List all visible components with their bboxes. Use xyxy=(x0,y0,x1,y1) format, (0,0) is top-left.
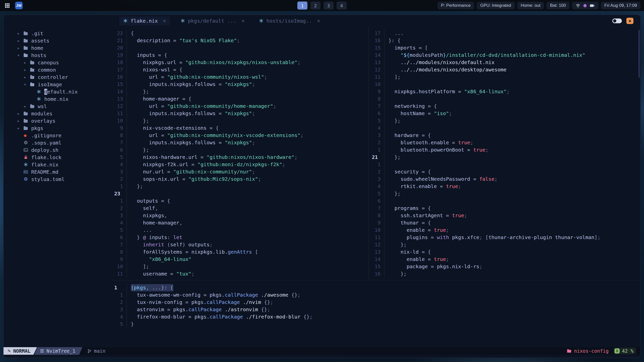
code-line[interactable]: 13 nix-ld = { xyxy=(369,248,640,256)
code-line[interactable]: 13 home-manager = { xyxy=(111,95,369,103)
code-line[interactable]: 16 }; xyxy=(369,270,640,278)
code-line[interactable]: 11 plugins = with pkgs.xfce; [thunar-arc… xyxy=(369,234,640,241)
window-close-button[interactable]: × xyxy=(626,18,633,24)
chevron-right-icon[interactable]: ▸ xyxy=(24,75,30,79)
tab-close-icon[interactable]: × xyxy=(317,18,320,24)
tree-item-stylua.toml[interactable]: ⚙stylua.toml xyxy=(4,175,111,183)
workspace-button-4[interactable]: 4 xyxy=(337,2,347,10)
code-line[interactable]: 21 description = "tux's NixOS Flake"; xyxy=(111,37,369,44)
tree-item-wsl[interactable]: ▸wsl xyxy=(4,103,111,110)
code-line[interactable]: 5 nixos-hardware.url = "github:nixos/nix… xyxy=(111,154,369,161)
code-line[interactable]: 5 ... xyxy=(111,227,369,234)
code-line[interactable]: 2 security = { xyxy=(369,168,640,175)
tree-item-deploy.sh[interactable]: deploy.sh xyxy=(4,146,111,154)
code-line[interactable]: 23 xyxy=(111,190,369,197)
chevron-right-icon[interactable]: ▸ xyxy=(24,68,30,72)
code-line[interactable]: 14 enable = true; xyxy=(369,256,640,263)
code-line[interactable]: 8 ssh.startAgent = true; xyxy=(369,212,640,219)
workspace-button-3[interactable]: 3 xyxy=(324,2,334,10)
chevron-down-icon[interactable]: ▾ xyxy=(18,53,24,57)
code-line[interactable]: 1 bluetooth.powerOnBoot = true; xyxy=(369,146,640,154)
code-line[interactable]: 5} xyxy=(111,321,640,328)
tray-icons[interactable] xyxy=(572,2,598,9)
code-line[interactable]: 15 package = pkgs.nix-ld-rs; xyxy=(369,263,640,270)
code-line[interactable]: 4 home-manager, xyxy=(111,219,369,227)
app-launcher-button[interactable] xyxy=(4,2,11,9)
chevron-right-icon[interactable]: ▸ xyxy=(18,112,24,116)
code-line[interactable]: 7 inherit (self) outputs; xyxy=(111,241,369,248)
code-line[interactable]: 7 networking = { xyxy=(369,103,640,110)
wm-logo-badge[interactable]: JW xyxy=(15,2,23,9)
code-line[interactable]: 1 }; xyxy=(111,183,369,190)
code-line[interactable]: 10 ]; xyxy=(111,263,369,270)
code-line[interactable]: 16}: { xyxy=(369,37,640,44)
code-line[interactable]: 15 imports = [ xyxy=(369,44,640,52)
code-line[interactable]: 2 tux-nvim-config = pkgs.callPackage ./n… xyxy=(111,299,640,306)
code-line[interactable]: 19 inputs = { xyxy=(111,52,369,59)
code-line[interactable]: 11 inputs.nixpkgs.follows = "nixpkgs"; xyxy=(111,110,369,117)
tree-item-pkgs[interactable]: ▸pkgs xyxy=(4,124,111,132)
code-line[interactable]: 8 forAllSystems = nixpkgs.lib.genAttrs [ xyxy=(111,248,369,256)
tree-item-default.nix[interactable]: default.nix xyxy=(4,88,111,95)
tree-item-overlays[interactable]: ▸overlays xyxy=(4,117,111,124)
code-line[interactable]: 12 url = "github:nix-community/home-mana… xyxy=(111,103,369,110)
chevron-right-icon[interactable]: ▸ xyxy=(24,61,30,65)
status-pill-gpu[interactable]: GPU: Integrated xyxy=(477,2,515,9)
tree-item-modules[interactable]: ▸modules xyxy=(4,110,111,117)
code-line[interactable]: 10 enable = true; xyxy=(369,227,640,234)
code-line[interactable]: 14 "${modulesPath}/installer/cd-dvd/inst… xyxy=(369,52,640,59)
tab-close-icon[interactable]: × xyxy=(242,18,245,24)
tab-pkgs-default-[interactable]: pkgs/default ...× xyxy=(177,16,249,25)
tab-hosts-isoimag-[interactable]: hosts/isoImag..× xyxy=(255,16,324,25)
window-toggle-switch[interactable] xyxy=(612,18,622,23)
code-line[interactable]: 6 hostName = "iso"; xyxy=(369,110,640,117)
code-line[interactable]: 9 nix-vscode-extensions = { xyxy=(111,124,369,132)
code-line[interactable]: 3 sudo.wheelNeedsPassword = false; xyxy=(369,175,640,183)
chevron-right-icon[interactable]: ▸ xyxy=(18,119,24,123)
tab-flake-nix[interactable]: flake.nix× xyxy=(119,16,170,25)
clock[interactable]: Fri Aug 09, 17:09 xyxy=(601,2,640,9)
workspace-button-2[interactable]: 2 xyxy=(310,2,320,10)
code-line[interactable]: 17 ... xyxy=(369,30,640,37)
code-line[interactable]: 11 ]; xyxy=(369,73,640,81)
code-line[interactable]: 2 bluetooth.enable = true; xyxy=(369,139,640,146)
code-line[interactable]: 5 }; xyxy=(369,117,640,124)
code-line[interactable]: 6 } @ inputs: let xyxy=(111,234,369,241)
code-line[interactable]: 21 }; xyxy=(369,154,640,161)
chevron-right-icon[interactable]: ▸ xyxy=(18,31,24,35)
chevron-right-icon[interactable]: ▸ xyxy=(18,39,24,43)
code-line[interactable]: 9 nixpkgs.hostPlatform = "x86_64-linux"; xyxy=(369,88,640,95)
code-line[interactable]: 8 url = "github:nix-community/nix-vscode… xyxy=(111,132,369,139)
code-line[interactable]: 16 url = "github:nix-community/nixos-wsl… xyxy=(111,73,369,81)
code-line[interactable]: 15 inputs.nixpkgs.follows = "nixpkgs"; xyxy=(111,81,369,88)
code-line[interactable]: 10 }; xyxy=(111,117,369,124)
editor-pane-flake-nix[interactable]: 22{21 description = "tux's NixOS Flake";… xyxy=(111,27,369,280)
code-line[interactable]: 2 sops-nix.url = "github:Mic92/sops-nix"… xyxy=(111,175,369,183)
code-line[interactable]: 18 nixpkgs.url = "github:nixos/nixpkgs/n… xyxy=(111,59,369,66)
code-line[interactable]: 4 firefox-mod-blur = pkgs.callPackage ./… xyxy=(111,313,640,321)
tree-item-isoimage[interactable]: ▾isoImage xyxy=(4,81,111,88)
code-line[interactable]: 13 ../../modules/nixos/default.nix xyxy=(369,59,640,66)
code-line[interactable]: 10 xyxy=(369,81,640,88)
tree-item-flake.lock[interactable]: flake.lock xyxy=(4,154,111,161)
code-line[interactable]: 7 inputs.nixpkgs.follows = "nixpkgs"; xyxy=(111,139,369,146)
code-line[interactable]: 1{pkgs, ...}: { xyxy=(111,284,640,291)
tree-item-dot-sops.yaml[interactable]: ⚙.sops.yaml xyxy=(4,139,111,146)
scrollbar-thumb[interactable] xyxy=(638,30,640,78)
workspace-button-1[interactable]: 1 xyxy=(297,2,307,10)
status-pill-bat[interactable]: Bat: 100 xyxy=(546,2,569,9)
tree-item-flake.nix[interactable]: flake.nix xyxy=(4,161,111,168)
code-line[interactable]: 1 tux-awesome-wm-config = pkgs.callPacka… xyxy=(111,291,640,299)
project-indicator[interactable]: nixos-config xyxy=(567,348,609,354)
code-line[interactable]: 6 xyxy=(369,197,640,205)
tree-item-home[interactable]: ▸home xyxy=(4,44,111,52)
code-line[interactable]: 3 nur.url = "github:nix-community/nur"; xyxy=(111,168,369,175)
code-line[interactable]: 4 nixpkgs-f2k.url = "github:moni-dz/nixp… xyxy=(111,161,369,168)
code-line[interactable]: 3 nixpkgs, xyxy=(111,212,369,219)
code-line[interactable]: 3 astronvim = pkgs.callPackage ./astronv… xyxy=(111,306,640,313)
tree-item-readme.md[interactable]: README.md xyxy=(4,168,111,175)
code-line[interactable]: 2 self, xyxy=(111,205,369,212)
tree-item-dot-git[interactable]: ▸.git xyxy=(4,30,111,37)
code-line[interactable]: 1 xyxy=(369,161,640,168)
code-line[interactable]: 5 }; xyxy=(369,190,640,197)
